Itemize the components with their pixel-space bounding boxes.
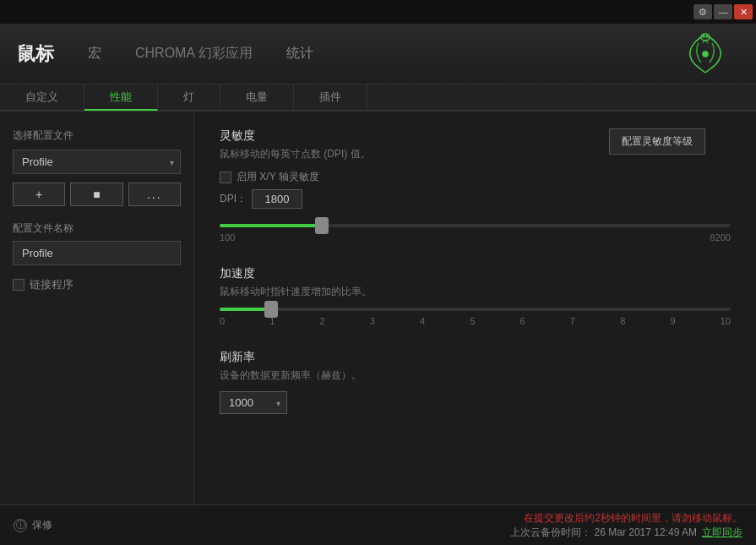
svg-point-2 xyxy=(703,35,704,37)
accel-label-10: 10 xyxy=(721,316,731,326)
bottom-bar: ⓘ 保修 在提交更改后约2秒钟的时间里，请勿移动鼠标。 上次云备份时间： 26 … xyxy=(0,504,756,545)
subnav-custom[interactable]: 自定义 xyxy=(0,84,84,110)
dpi-header: 灵敏度 鼠标移动的每英寸点数 (DPI) 值。 启用 X/Y 轴灵敏度 DPI：… xyxy=(220,128,731,217)
link-app-label: 链接程序 xyxy=(30,277,73,292)
minimize-button[interactable]: — xyxy=(714,4,732,19)
accel-label-6: 6 xyxy=(520,316,525,326)
add-profile-button[interactable]: + xyxy=(13,183,65,206)
nav-tab-stats[interactable]: 统计 xyxy=(286,41,313,66)
accel-label-9: 9 xyxy=(670,316,675,326)
refresh-section: 刷新率 设备的数据更新频率（赫兹）。 125 500 1000 ▾ xyxy=(220,350,731,414)
profile-select[interactable]: Profile xyxy=(13,150,181,174)
dpi-max-label: 8200 xyxy=(710,232,731,243)
dpi-slider-thumb[interactable] xyxy=(315,217,329,234)
accel-section: 加速度 鼠标移动时指针速度增加的比率。 0 1 2 3 4 5 6 7 8 9 … xyxy=(220,266,731,326)
profile-actions: + ■ ... xyxy=(13,183,181,206)
delete-profile-button[interactable]: ■ xyxy=(70,183,122,206)
sync-now-link[interactable]: 立即同步 xyxy=(702,526,742,540)
refresh-select[interactable]: 125 500 1000 xyxy=(220,391,287,414)
title-bar: ⚙ — ✕ xyxy=(0,0,756,24)
dpi-slider-wrap xyxy=(220,224,731,227)
accel-label-8: 8 xyxy=(620,316,625,326)
accel-label-5: 5 xyxy=(470,316,475,326)
subnav-plugin[interactable]: 插件 xyxy=(294,84,367,110)
close-button[interactable]: ✕ xyxy=(734,4,753,19)
xy-axis-checkbox[interactable] xyxy=(220,172,231,183)
warranty-text: 保修 xyxy=(32,518,52,532)
dpi-input-label: DPI： xyxy=(220,192,247,206)
warning-text: 在提交更改后约2秒钟的时间里，请勿移动鼠标。 xyxy=(510,511,742,526)
nav-tab-chroma[interactable]: CHROMA 幻彩应用 xyxy=(135,41,253,66)
nav-tab-mouse[interactable]: 鼠标 xyxy=(17,38,54,70)
content-area: 选择配置文件 Profile ▾ + ■ ... 配置文件名称 链接程序 灵敏度… xyxy=(0,112,756,504)
refresh-title: 刷新率 xyxy=(220,350,731,365)
config-dpi-button[interactable]: 配置灵敏度等级 xyxy=(609,128,705,155)
right-panel: 灵敏度 鼠标移动的每英寸点数 (DPI) 值。 启用 X/Y 轴灵敏度 DPI：… xyxy=(194,112,756,504)
info-icon: ⓘ xyxy=(14,519,27,532)
accel-label-4: 4 xyxy=(420,316,425,326)
main-nav: 鼠标 宏 CHROMA 幻彩应用 统计 xyxy=(0,24,756,84)
dpi-input-row: DPI： xyxy=(220,189,731,209)
sync-row: 上次云备份时间： 26 Mar 2017 12:49 AM 立即同步 xyxy=(510,526,742,540)
bottom-right: 在提交更改后约2秒钟的时间里，请勿移动鼠标。 上次云备份时间： 26 Mar 2… xyxy=(510,511,742,540)
more-profile-button[interactable]: ... xyxy=(128,183,181,206)
accel-slider-wrap xyxy=(220,308,731,311)
svg-point-3 xyxy=(706,35,708,37)
xy-axis-wrap: 启用 X/Y 轴灵敏度 xyxy=(220,170,731,184)
dpi-slider-track xyxy=(220,224,731,227)
subnav-power[interactable]: 电量 xyxy=(220,84,294,110)
settings-button[interactable]: ⚙ xyxy=(693,4,712,19)
profile-select-wrap: Profile ▾ xyxy=(13,150,181,174)
accel-label-0: 0 xyxy=(220,316,225,326)
nav-tab-macro[interactable]: 宏 xyxy=(88,41,101,66)
accel-desc: 鼠标移动时指针速度增加的比率。 xyxy=(220,285,731,299)
accel-label-3: 3 xyxy=(370,316,375,326)
nav-tabs: 鼠标 宏 CHROMA 幻彩应用 统计 xyxy=(17,38,313,70)
accel-slider-fill xyxy=(220,308,271,311)
dpi-slider-labels: 100 8200 xyxy=(220,232,731,243)
accel-title: 加速度 xyxy=(220,266,731,281)
xy-axis-label: 启用 X/Y 轴灵敏度 xyxy=(237,170,319,184)
profile-name-input[interactable] xyxy=(13,241,181,265)
dpi-slider-fill xyxy=(220,224,322,227)
dpi-section: 灵敏度 鼠标移动的每英寸点数 (DPI) 值。 启用 X/Y 轴灵敏度 DPI：… xyxy=(220,128,731,243)
bottom-left: ⓘ 保修 xyxy=(14,518,52,532)
left-panel: 选择配置文件 Profile ▾ + ■ ... 配置文件名称 链接程序 xyxy=(0,112,194,504)
subnav-light[interactable]: 灯 xyxy=(158,84,220,110)
accel-slider-thumb[interactable] xyxy=(264,301,278,318)
accel-slider-labels: 0 1 2 3 4 5 6 7 8 9 10 xyxy=(220,316,731,326)
sync-time-text: 上次云备份时间： 26 Mar 2017 12:49 AM xyxy=(510,526,697,540)
sub-nav: 自定义 性能 灯 电量 插件 xyxy=(0,84,756,112)
refresh-desc: 设备的数据更新频率（赫兹）。 xyxy=(220,368,731,383)
subnav-perf[interactable]: 性能 xyxy=(84,85,158,111)
svg-point-0 xyxy=(703,52,708,57)
razer-logo xyxy=(680,30,739,78)
select-profile-label: 选择配置文件 xyxy=(13,128,181,143)
refresh-select-wrap: 125 500 1000 ▾ xyxy=(220,391,287,414)
dpi-value-input[interactable] xyxy=(252,189,302,209)
dpi-slider-container: 100 8200 xyxy=(220,224,731,243)
profile-name-label: 配置文件名称 xyxy=(13,221,181,236)
svg-point-1 xyxy=(701,34,710,41)
dpi-min-label: 100 xyxy=(220,232,235,243)
link-app-checkbox[interactable] xyxy=(13,279,24,291)
accel-label-2: 2 xyxy=(320,316,325,326)
link-app-wrap: 链接程序 xyxy=(13,277,181,292)
accel-slider-track xyxy=(220,308,731,311)
accel-label-7: 7 xyxy=(570,316,575,326)
